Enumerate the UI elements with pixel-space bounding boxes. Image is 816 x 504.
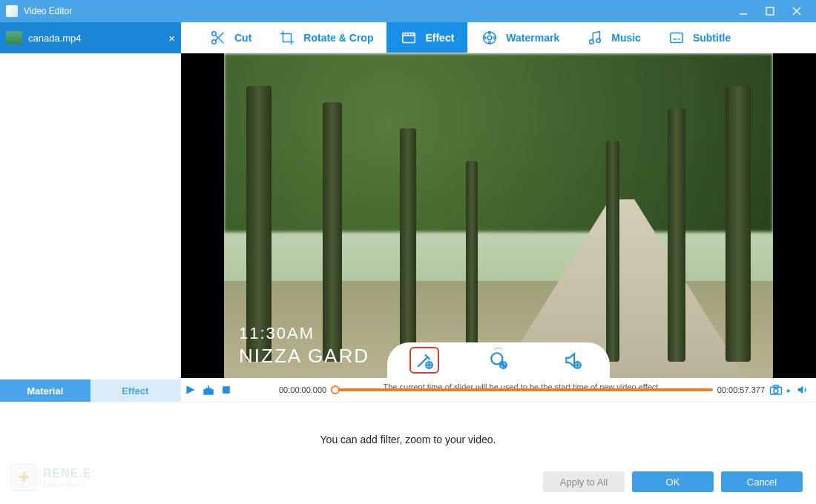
- file-thumb-icon: [6, 31, 22, 44]
- sidebar-content: [0, 53, 180, 379]
- timeline-track[interactable]: The current time of slider will be used …: [331, 385, 713, 395]
- svg-point-16: [489, 32, 491, 34]
- brand-line1: RENE.E: [43, 467, 92, 480]
- timeline: 00:00:00.000 The current time of slider …: [181, 378, 816, 402]
- button-label: Apply to All: [560, 477, 608, 488]
- chevron-up-icon[interactable]: ︿: [494, 341, 503, 354]
- svg-point-15: [488, 36, 493, 40]
- button-label: Cancel: [747, 477, 777, 488]
- svg-point-4: [212, 31, 217, 36]
- effect-pill: ︿: [387, 342, 610, 378]
- tab-watermark[interactable]: Watermark: [467, 22, 573, 53]
- timeline-start: 00:00:00.000: [279, 385, 326, 394]
- svg-rect-1: [766, 7, 774, 15]
- tab-rotate-crop[interactable]: Rotate & Crop: [265, 22, 386, 53]
- brand-icon: [10, 464, 37, 491]
- cancel-button[interactable]: Cancel: [721, 471, 803, 492]
- tab-music[interactable]: Music: [573, 22, 654, 53]
- sidebar-tab-effect[interactable]: Effect: [91, 379, 181, 402]
- file-tab-label: canada.mp4: [28, 33, 82, 44]
- tab-label: Subtitle: [693, 32, 731, 44]
- sidebar: Material Effect: [0, 53, 181, 402]
- volume-button[interactable]: [795, 383, 809, 397]
- export-frame-button[interactable]: [202, 383, 215, 397]
- overlay-title: NIZZA GARD: [239, 345, 369, 368]
- svg-point-18: [484, 36, 487, 39]
- maximize-button[interactable]: [757, 0, 783, 22]
- button-label: OK: [666, 477, 680, 488]
- minimize-button[interactable]: [730, 0, 757, 22]
- button-row: Apply to All OK Cancel: [543, 471, 803, 492]
- add-effect-button[interactable]: [409, 347, 439, 374]
- brand-line2: Laboratory: [43, 480, 92, 488]
- svg-point-17: [489, 42, 491, 44]
- title-bar: Video Editor: [0, 0, 816, 22]
- video-preview[interactable]: 11:30AM NIZZA GARD ︿: [181, 53, 816, 378]
- stop-button[interactable]: [220, 383, 233, 397]
- app-icon: [6, 5, 18, 17]
- timeline-thumb[interactable]: [331, 385, 340, 394]
- tab-label: Rotate & Crop: [303, 32, 373, 44]
- watermark-icon: [481, 29, 499, 47]
- add-audio-button[interactable]: [558, 347, 588, 374]
- timeline-end: 00:00:57.377: [717, 385, 765, 394]
- tab-label: Watermark: [506, 32, 559, 44]
- close-button[interactable]: [783, 0, 810, 22]
- svg-point-5: [212, 39, 217, 44]
- chevron-right-icon: ▸: [787, 386, 791, 394]
- sidebar-tab-material[interactable]: Material: [0, 379, 91, 402]
- brand-logo: RENE.E Laboratory: [10, 464, 92, 491]
- svg-point-14: [484, 31, 496, 44]
- snapshot-button[interactable]: [769, 383, 783, 397]
- tab-subtitle[interactable]: Subtitle: [654, 22, 744, 53]
- scissors-icon: [209, 29, 227, 47]
- file-tab[interactable]: canada.mp4 ×: [0, 22, 181, 53]
- stage: 11:30AM NIZZA GARD ︿: [181, 53, 816, 402]
- sidebar-tab-label: Material: [27, 385, 63, 397]
- crop-icon: [278, 29, 296, 47]
- svg-marker-36: [186, 385, 194, 394]
- file-tab-close-icon[interactable]: ×: [168, 32, 175, 44]
- tab-label: Music: [611, 32, 641, 44]
- svg-rect-22: [671, 33, 683, 42]
- main-toolbar: Cut Rotate & Crop Effect Watermark Music…: [181, 22, 816, 53]
- sidebar-tab-label: Effect: [122, 385, 148, 397]
- apply-to-all-button[interactable]: Apply to All: [543, 471, 625, 492]
- ok-button[interactable]: OK: [632, 471, 714, 492]
- sidebar-tabs: Material Effect: [0, 379, 180, 402]
- tab-label: Cut: [234, 32, 251, 44]
- svg-point-19: [493, 36, 496, 39]
- video-text-overlay: 11:30AM NIZZA GARD: [239, 324, 369, 368]
- bottom-panel: You can add filter, zoom to your video. …: [0, 402, 816, 504]
- svg-point-40: [774, 389, 778, 394]
- file-tab-area: canada.mp4 ×: [0, 22, 181, 53]
- music-icon: [586, 29, 604, 47]
- tab-effect[interactable]: Effect: [386, 22, 467, 53]
- window-title: Video Editor: [24, 6, 72, 16]
- bottom-message: You can add filter, zoom to your video.: [0, 402, 816, 445]
- overlay-time: 11:30AM: [239, 324, 369, 343]
- tab-cut[interactable]: Cut: [196, 22, 265, 53]
- subtitle-icon: [668, 29, 685, 47]
- svg-rect-38: [223, 386, 230, 394]
- tab-label: Effect: [425, 32, 454, 44]
- play-button[interactable]: [184, 383, 197, 397]
- film-icon: [400, 29, 418, 47]
